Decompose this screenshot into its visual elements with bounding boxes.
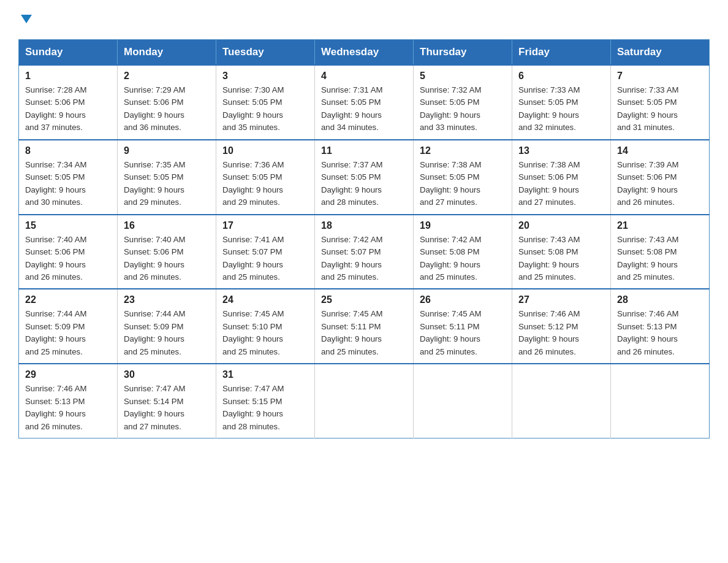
day-info: Sunrise: 7:42 AM Sunset: 5:07 PM Dayligh… <box>321 234 407 284</box>
day-number: 21 <box>617 220 703 231</box>
calendar-cell <box>512 364 611 438</box>
day-info: Sunrise: 7:42 AM Sunset: 5:08 PM Dayligh… <box>420 234 506 284</box>
day-info: Sunrise: 7:29 AM Sunset: 5:06 PM Dayligh… <box>124 84 210 134</box>
column-header-saturday: Saturday <box>611 40 710 66</box>
calendar-cell: 29 Sunrise: 7:46 AM Sunset: 5:13 PM Dayl… <box>19 364 118 438</box>
column-header-sunday: Sunday <box>19 40 118 66</box>
calendar-cell: 23 Sunrise: 7:44 AM Sunset: 5:09 PM Dayl… <box>118 289 216 364</box>
calendar-cell: 8 Sunrise: 7:34 AM Sunset: 5:05 PM Dayli… <box>19 140 118 215</box>
day-number: 8 <box>25 145 111 156</box>
day-number: 24 <box>222 294 308 305</box>
calendar-cell: 26 Sunrise: 7:45 AM Sunset: 5:11 PM Dayl… <box>414 289 512 364</box>
day-info: Sunrise: 7:39 AM Sunset: 5:06 PM Dayligh… <box>617 159 703 209</box>
day-info: Sunrise: 7:34 AM Sunset: 5:05 PM Dayligh… <box>25 159 111 209</box>
day-number: 9 <box>124 145 210 156</box>
calendar-cell: 13 Sunrise: 7:38 AM Sunset: 5:06 PM Dayl… <box>512 140 611 215</box>
calendar-cell: 24 Sunrise: 7:45 AM Sunset: 5:10 PM Dayl… <box>216 289 315 364</box>
day-number: 28 <box>617 294 703 305</box>
calendar-cell: 5 Sunrise: 7:32 AM Sunset: 5:05 PM Dayli… <box>414 65 512 140</box>
svg-marker-0 <box>21 15 32 23</box>
day-info: Sunrise: 7:32 AM Sunset: 5:05 PM Dayligh… <box>420 84 506 134</box>
day-number: 25 <box>321 294 407 305</box>
day-info: Sunrise: 7:38 AM Sunset: 5:06 PM Dayligh… <box>518 159 604 209</box>
day-number: 14 <box>617 145 703 156</box>
column-header-wednesday: Wednesday <box>315 40 414 66</box>
day-number: 12 <box>420 145 506 156</box>
header-row: SundayMondayTuesdayWednesdayThursdayFrid… <box>19 40 710 66</box>
calendar-cell <box>414 364 512 438</box>
day-number: 2 <box>124 71 210 82</box>
day-info: Sunrise: 7:46 AM Sunset: 5:13 PM Dayligh… <box>617 308 703 358</box>
day-info: Sunrise: 7:47 AM Sunset: 5:15 PM Dayligh… <box>222 383 308 433</box>
calendar-week-5: 29 Sunrise: 7:46 AM Sunset: 5:13 PM Dayl… <box>19 364 710 438</box>
calendar-cell: 14 Sunrise: 7:39 AM Sunset: 5:06 PM Dayl… <box>611 140 710 215</box>
column-header-friday: Friday <box>512 40 611 66</box>
calendar-cell: 7 Sunrise: 7:33 AM Sunset: 5:05 PM Dayli… <box>611 65 710 140</box>
day-info: Sunrise: 7:45 AM Sunset: 5:11 PM Dayligh… <box>321 308 407 358</box>
calendar-cell: 11 Sunrise: 7:37 AM Sunset: 5:05 PM Dayl… <box>315 140 414 215</box>
day-number: 30 <box>124 369 210 380</box>
calendar-cell: 21 Sunrise: 7:43 AM Sunset: 5:08 PM Dayl… <box>611 215 710 289</box>
day-info: Sunrise: 7:37 AM Sunset: 5:05 PM Dayligh… <box>321 159 407 209</box>
calendar-week-2: 8 Sunrise: 7:34 AM Sunset: 5:05 PM Dayli… <box>19 140 710 215</box>
calendar-cell: 10 Sunrise: 7:36 AM Sunset: 5:05 PM Dayl… <box>216 140 315 215</box>
day-number: 11 <box>321 145 407 156</box>
day-number: 22 <box>25 294 111 305</box>
calendar-cell: 17 Sunrise: 7:41 AM Sunset: 5:07 PM Dayl… <box>216 215 315 289</box>
day-number: 5 <box>420 71 506 82</box>
calendar-cell: 28 Sunrise: 7:46 AM Sunset: 5:13 PM Dayl… <box>611 289 710 364</box>
day-info: Sunrise: 7:43 AM Sunset: 5:08 PM Dayligh… <box>518 234 604 284</box>
day-info: Sunrise: 7:31 AM Sunset: 5:05 PM Dayligh… <box>321 84 407 134</box>
calendar-cell: 16 Sunrise: 7:40 AM Sunset: 5:06 PM Dayl… <box>118 215 216 289</box>
day-info: Sunrise: 7:45 AM Sunset: 5:10 PM Dayligh… <box>222 308 308 358</box>
day-number: 16 <box>124 220 210 231</box>
day-info: Sunrise: 7:38 AM Sunset: 5:05 PM Dayligh… <box>420 159 506 209</box>
day-number: 1 <box>25 71 111 82</box>
day-info: Sunrise: 7:40 AM Sunset: 5:06 PM Dayligh… <box>25 234 111 284</box>
day-number: 27 <box>518 294 604 305</box>
day-info: Sunrise: 7:47 AM Sunset: 5:14 PM Dayligh… <box>124 383 210 433</box>
calendar-cell: 1 Sunrise: 7:28 AM Sunset: 5:06 PM Dayli… <box>19 65 118 140</box>
calendar-cell: 12 Sunrise: 7:38 AM Sunset: 5:05 PM Dayl… <box>414 140 512 215</box>
day-number: 20 <box>518 220 604 231</box>
calendar-cell <box>611 364 710 438</box>
calendar-cell: 6 Sunrise: 7:33 AM Sunset: 5:05 PM Dayli… <box>512 65 611 140</box>
day-number: 13 <box>518 145 604 156</box>
day-number: 26 <box>420 294 506 305</box>
calendar-cell: 25 Sunrise: 7:45 AM Sunset: 5:11 PM Dayl… <box>315 289 414 364</box>
calendar-cell: 18 Sunrise: 7:42 AM Sunset: 5:07 PM Dayl… <box>315 215 414 289</box>
day-info: Sunrise: 7:44 AM Sunset: 5:09 PM Dayligh… <box>25 308 111 358</box>
day-number: 3 <box>222 71 308 82</box>
day-info: Sunrise: 7:45 AM Sunset: 5:11 PM Dayligh… <box>420 308 506 358</box>
column-header-thursday: Thursday <box>414 40 512 66</box>
calendar-week-4: 22 Sunrise: 7:44 AM Sunset: 5:09 PM Dayl… <box>19 289 710 364</box>
calendar-body: 1 Sunrise: 7:28 AM Sunset: 5:06 PM Dayli… <box>19 65 710 439</box>
day-info: Sunrise: 7:40 AM Sunset: 5:06 PM Dayligh… <box>124 234 210 284</box>
calendar-cell: 4 Sunrise: 7:31 AM Sunset: 5:05 PM Dayli… <box>315 65 414 140</box>
day-info: Sunrise: 7:33 AM Sunset: 5:05 PM Dayligh… <box>518 84 604 134</box>
calendar-cell: 27 Sunrise: 7:46 AM Sunset: 5:12 PM Dayl… <box>512 289 611 364</box>
day-number: 18 <box>321 220 407 231</box>
calendar-cell: 15 Sunrise: 7:40 AM Sunset: 5:06 PM Dayl… <box>19 215 118 289</box>
day-number: 10 <box>222 145 308 156</box>
day-info: Sunrise: 7:35 AM Sunset: 5:05 PM Dayligh… <box>124 159 210 209</box>
day-number: 6 <box>518 71 604 82</box>
calendar-cell: 19 Sunrise: 7:42 AM Sunset: 5:08 PM Dayl… <box>414 215 512 289</box>
day-number: 17 <box>222 220 308 231</box>
day-info: Sunrise: 7:43 AM Sunset: 5:08 PM Dayligh… <box>617 234 703 284</box>
day-number: 15 <box>25 220 111 231</box>
calendar-cell <box>315 364 414 438</box>
day-number: 23 <box>124 294 210 305</box>
day-info: Sunrise: 7:44 AM Sunset: 5:09 PM Dayligh… <box>124 308 210 358</box>
day-number: 7 <box>617 71 703 82</box>
day-info: Sunrise: 7:33 AM Sunset: 5:05 PM Dayligh… <box>617 84 703 134</box>
day-info: Sunrise: 7:46 AM Sunset: 5:13 PM Dayligh… <box>25 383 111 433</box>
logo <box>18 12 33 28</box>
day-info: Sunrise: 7:28 AM Sunset: 5:06 PM Dayligh… <box>25 84 111 134</box>
calendar-cell: 9 Sunrise: 7:35 AM Sunset: 5:05 PM Dayli… <box>118 140 216 215</box>
day-info: Sunrise: 7:30 AM Sunset: 5:05 PM Dayligh… <box>222 84 308 134</box>
calendar-cell: 20 Sunrise: 7:43 AM Sunset: 5:08 PM Dayl… <box>512 215 611 289</box>
calendar-cell: 30 Sunrise: 7:47 AM Sunset: 5:14 PM Dayl… <box>118 364 216 438</box>
page-header <box>18 12 710 28</box>
column-header-tuesday: Tuesday <box>216 40 315 66</box>
